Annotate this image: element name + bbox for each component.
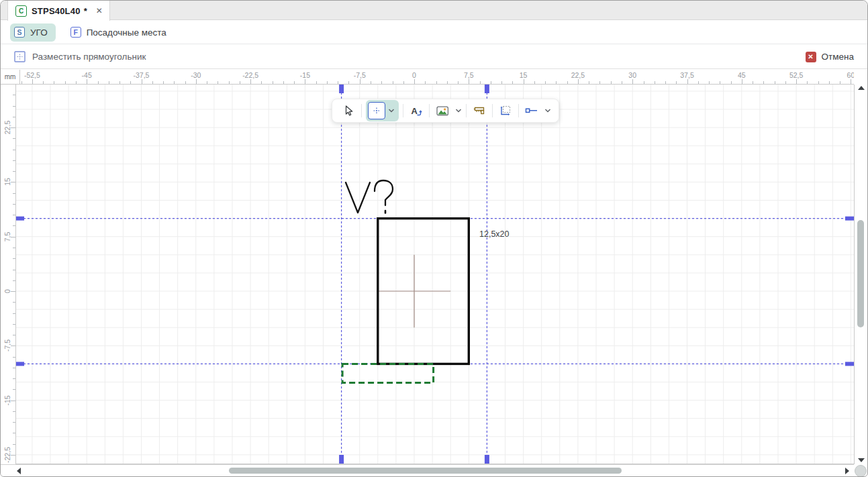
editor-canvas[interactable]: 12,5x20 xyxy=(15,85,855,464)
ruler-unit: mm xyxy=(1,70,20,85)
place-rectangle-tool-button[interactable] xyxy=(368,102,385,119)
tab-title: STPS40L40 xyxy=(32,6,81,16)
close-tab-icon[interactable]: ✕ xyxy=(96,6,103,15)
toolbar-divider xyxy=(403,104,403,117)
tab-bar: C STPS40L40 * ✕ xyxy=(1,1,867,20)
vertical-scroll-thumb[interactable] xyxy=(857,220,864,327)
transform-tool-button[interactable] xyxy=(497,102,514,119)
image-dropdown-chevron-icon[interactable] xyxy=(455,109,462,113)
active-tool-hint: Разместить прямоугольник xyxy=(14,51,146,62)
symbol-tab-label: УГО xyxy=(30,28,48,38)
dashed-rect-plus-icon xyxy=(371,105,382,116)
tab-footprints[interactable]: F Посадочные места xyxy=(66,23,175,42)
action-bar: Разместить прямоугольник ✕ Отмена xyxy=(1,45,867,69)
vertical-scrollbar[interactable] xyxy=(855,70,868,464)
cancel-label: Отмена xyxy=(822,52,854,62)
symbol-drawing[interactable]: 12,5x20 xyxy=(15,85,854,464)
text-rotate-icon: A xyxy=(410,105,422,117)
horizontal-ruler: -52,5-45-37,5-30-22,5-15-7,507,51522,530… xyxy=(15,70,854,85)
toolbar-divider xyxy=(492,104,493,117)
tool-hint-label: Разместить прямоугольник xyxy=(32,52,146,62)
toolbar-divider xyxy=(429,104,430,117)
svg-text:12,5x20: 12,5x20 xyxy=(479,229,510,239)
measure-tool-button[interactable] xyxy=(471,102,488,119)
rectangle-dropdown-chevron-icon[interactable] xyxy=(388,109,395,113)
symbol-badge-icon: S xyxy=(14,27,25,38)
svg-text:A: A xyxy=(412,106,418,116)
modified-indicator: * xyxy=(84,6,87,16)
horizontal-scroll-thumb[interactable] xyxy=(229,468,622,474)
component-doc-icon: C xyxy=(15,5,27,17)
pin-tool-button[interactable] xyxy=(523,102,540,119)
scroll-up-icon[interactable] xyxy=(858,86,865,90)
floating-toolbar: A xyxy=(332,99,559,123)
cursor-icon xyxy=(342,105,354,117)
resize-grip[interactable] xyxy=(855,465,867,477)
caliper-icon xyxy=(473,105,485,117)
cancel-icon: ✕ xyxy=(806,52,816,62)
image-icon xyxy=(436,105,449,117)
toolbar-divider xyxy=(518,104,519,117)
pin-dropdown-chevron-icon[interactable] xyxy=(544,109,551,113)
vertical-ruler: 22,5157,50-7,5-15-22,5 xyxy=(1,85,16,464)
tab-stps40l40[interactable]: C STPS40L40 * ✕ xyxy=(7,1,110,21)
scroll-right-icon[interactable] xyxy=(845,468,849,474)
axes-icon xyxy=(499,105,512,117)
select-tool-button[interactable] xyxy=(340,102,357,119)
toolbar-divider xyxy=(466,104,467,117)
footprints-tab-label: Посадочные места xyxy=(87,28,166,38)
place-text-tool-button[interactable]: A xyxy=(407,102,425,119)
scroll-down-icon[interactable] xyxy=(858,458,865,462)
place-image-tool-button[interactable] xyxy=(434,102,451,119)
footprint-badge-icon: F xyxy=(70,27,81,38)
application-window: C STPS40L40 * ✕ S УГО F Посадочные места xyxy=(0,0,868,477)
pin-line-icon xyxy=(525,107,538,115)
scroll-left-icon[interactable] xyxy=(17,468,21,474)
place-rectangle-icon xyxy=(14,51,26,62)
toolbar-divider xyxy=(361,104,362,117)
tab-symbol[interactable]: S УГО xyxy=(10,23,56,42)
mode-bar: S УГО F Посадочные места xyxy=(1,21,867,44)
cancel-button[interactable]: ✕ Отмена xyxy=(806,52,854,62)
horizontal-scrollbar[interactable] xyxy=(1,464,854,477)
place-rectangle-group xyxy=(366,100,399,121)
